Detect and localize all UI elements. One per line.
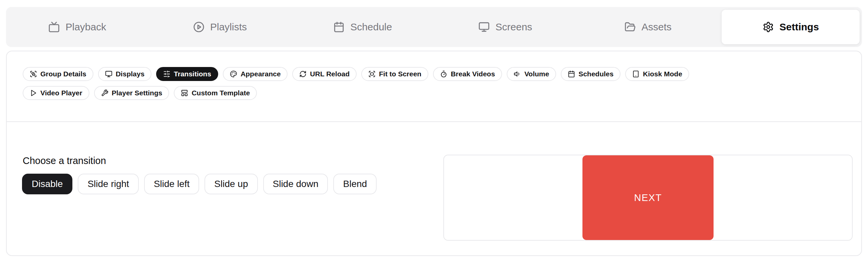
settings-subtabs: Group Details Displays Transitions Appea… — [7, 51, 861, 100]
page-title: Choose a transition — [23, 156, 443, 166]
layout-icon — [181, 89, 188, 97]
refresh-icon — [299, 70, 307, 78]
subtab-label: Volume — [524, 70, 549, 78]
subtab-label: Custom Template — [191, 89, 250, 97]
subtab-player-settings[interactable]: Player Settings — [94, 86, 169, 100]
subtab-label: Video Player — [40, 89, 83, 97]
nav-tab-label: Playlists — [210, 21, 247, 33]
transition-option-slide-up[interactable]: Slide up — [205, 174, 257, 194]
subtab-appearance[interactable]: Appearance — [223, 67, 287, 81]
subtab-url-reload[interactable]: URL Reload — [292, 67, 356, 81]
subtab-volume[interactable]: Volume — [507, 67, 556, 81]
transition-option-slide-down[interactable]: Slide down — [263, 174, 328, 194]
subtab-label: Appearance — [241, 70, 281, 78]
nav-tab-playlists[interactable]: Playlists — [151, 10, 289, 44]
subtab-label: Fit to Screen — [379, 70, 421, 78]
subtab-row-2: Video Player Player Settings Custom Temp… — [23, 86, 845, 100]
top-navbar: Playback Playlists Schedule Screens Asse… — [6, 7, 862, 47]
transition-option-blend[interactable]: Blend — [333, 174, 377, 194]
folder-open-icon — [624, 21, 636, 33]
subtab-transitions[interactable]: Transitions — [156, 67, 218, 81]
subtab-label: Schedules — [579, 70, 614, 78]
transition-option-disable[interactable]: Disable — [22, 174, 72, 194]
wrench-icon — [101, 89, 108, 97]
nav-tab-assets[interactable]: Assets — [579, 10, 717, 44]
subtab-label: Kiosk Mode — [643, 70, 682, 78]
next-slide-preview: NEXT — [583, 155, 714, 240]
volume-icon — [514, 70, 521, 78]
subtab-break-videos[interactable]: Break Videos — [433, 67, 502, 81]
group-icon — [30, 70, 37, 78]
subtab-group-details[interactable]: Group Details — [23, 67, 93, 81]
play-icon — [30, 89, 37, 97]
next-slide-label: NEXT — [634, 192, 662, 203]
transition-option-slide-right[interactable]: Slide right — [78, 174, 139, 194]
transition-preview: NEXT — [443, 155, 852, 241]
nav-tab-label: Screens — [495, 21, 532, 33]
transition-option-slide-left[interactable]: Slide left — [144, 174, 199, 194]
transitions-panel: Choose a transition Disable Slide right … — [7, 122, 861, 241]
nav-tab-label: Schedule — [350, 21, 392, 33]
monitor-icon — [478, 21, 490, 33]
nav-tab-screens[interactable]: Screens — [436, 10, 575, 44]
gear-icon — [763, 21, 774, 33]
nav-tab-schedule[interactable]: Schedule — [293, 10, 432, 44]
subtab-label: Transitions — [174, 70, 211, 78]
palette-icon — [230, 70, 237, 78]
nav-tab-label: Settings — [780, 21, 819, 33]
nav-tab-label: Playback — [65, 21, 106, 33]
subtab-row-1: Group Details Displays Transitions Appea… — [23, 67, 845, 81]
play-circle-icon — [193, 21, 205, 33]
subtab-label: Break Videos — [451, 70, 495, 78]
subtab-schedules[interactable]: Schedules — [561, 67, 620, 81]
monitor-icon — [105, 70, 113, 78]
subtab-custom-template[interactable]: Custom Template — [174, 86, 257, 100]
calendar-icon — [333, 21, 345, 33]
subtab-video-player[interactable]: Video Player — [23, 86, 89, 100]
subtab-fit-to-screen[interactable]: Fit to Screen — [361, 67, 428, 81]
nav-tab-settings[interactable]: Settings — [721, 10, 860, 44]
subtab-label: URL Reload — [310, 70, 350, 78]
tv-icon — [49, 21, 60, 33]
subtab-label: Player Settings — [112, 89, 162, 97]
calendar-icon — [568, 70, 575, 78]
timer-icon — [440, 70, 447, 78]
nav-tab-playback[interactable]: Playback — [8, 10, 147, 44]
fullscreen-icon — [368, 70, 376, 78]
sliders-icon — [163, 70, 170, 78]
settings-card: Group Details Displays Transitions Appea… — [6, 51, 862, 256]
subtab-displays[interactable]: Displays — [98, 67, 151, 81]
tablet-icon — [632, 70, 640, 78]
transition-options: Disable Slide right Slide left Slide up … — [22, 174, 443, 194]
subtab-kiosk-mode[interactable]: Kiosk Mode — [625, 67, 689, 81]
subtab-label: Group Details — [40, 70, 86, 78]
subtab-label: Displays — [116, 70, 145, 78]
transition-chooser: Choose a transition Disable Slide right … — [22, 155, 443, 194]
nav-tab-label: Assets — [642, 21, 672, 33]
